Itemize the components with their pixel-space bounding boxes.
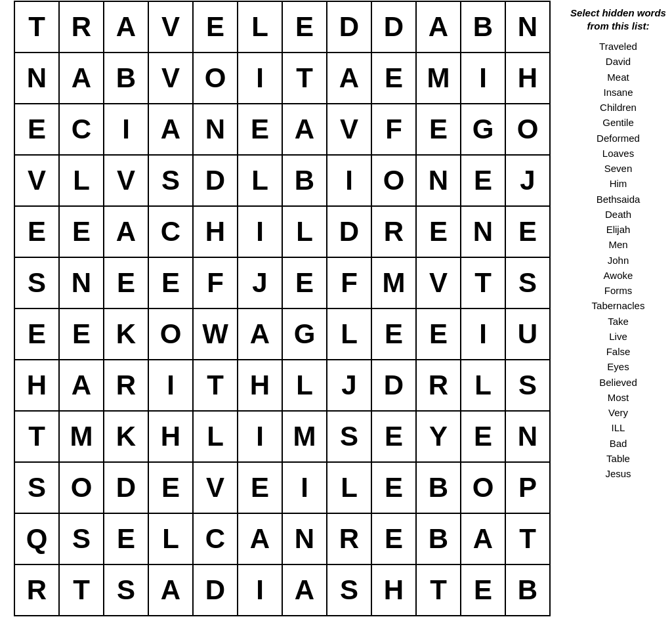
cell-2-7[interactable]: V	[327, 104, 371, 155]
word-item[interactable]: Bad	[592, 436, 645, 451]
word-item[interactable]: Insane	[592, 85, 645, 100]
word-item[interactable]: John	[592, 253, 645, 268]
cell-8-0[interactable]: T	[14, 411, 59, 462]
cell-7-9[interactable]: R	[416, 360, 461, 411]
cell-2-9[interactable]: E	[416, 104, 461, 155]
cell-6-0[interactable]: E	[14, 308, 59, 360]
cell-5-9[interactable]: V	[416, 257, 461, 308]
cell-4-5[interactable]: I	[238, 206, 282, 257]
cell-11-4[interactable]: D	[193, 564, 238, 616]
cell-11-11[interactable]: B	[505, 564, 550, 616]
word-item[interactable]: David	[592, 54, 645, 69]
cell-9-3[interactable]: E	[148, 462, 193, 513]
cell-11-10[interactable]: E	[461, 564, 505, 616]
cell-1-9[interactable]: M	[416, 53, 461, 104]
cell-10-4[interactable]: C	[193, 513, 238, 564]
cell-5-2[interactable]: E	[104, 257, 148, 308]
word-item[interactable]: Death	[592, 207, 645, 222]
cell-11-5[interactable]: I	[238, 564, 282, 616]
word-item[interactable]: Traveled	[592, 39, 645, 54]
cell-1-4[interactable]: O	[193, 53, 238, 104]
cell-3-11[interactable]: J	[505, 155, 550, 206]
cell-1-5[interactable]: I	[238, 53, 282, 104]
cell-4-10[interactable]: N	[461, 206, 505, 257]
cell-3-6[interactable]: B	[282, 155, 327, 206]
cell-7-5[interactable]: H	[238, 360, 282, 411]
cell-4-6[interactable]: L	[282, 206, 327, 257]
cell-2-11[interactable]: O	[505, 104, 550, 155]
cell-3-8[interactable]: O	[371, 155, 416, 206]
cell-8-4[interactable]: L	[193, 411, 238, 462]
cell-6-11[interactable]: U	[505, 308, 550, 360]
cell-5-8[interactable]: M	[371, 257, 416, 308]
cell-9-6[interactable]: I	[282, 462, 327, 513]
cell-4-0[interactable]: E	[14, 206, 59, 257]
cell-2-8[interactable]: F	[371, 104, 416, 155]
cell-1-11[interactable]: H	[505, 53, 550, 104]
word-item[interactable]: Bethsaida	[592, 192, 645, 207]
word-item[interactable]: Him	[592, 176, 645, 191]
cell-5-11[interactable]: S	[505, 257, 550, 308]
cell-3-4[interactable]: D	[193, 155, 238, 206]
cell-6-6[interactable]: G	[282, 308, 327, 360]
cell-8-11[interactable]: N	[505, 411, 550, 462]
word-item[interactable]: Elijah	[592, 222, 645, 237]
cell-1-6[interactable]: T	[282, 53, 327, 104]
cell-0-0[interactable]: T	[14, 1, 59, 53]
cell-0-7[interactable]: D	[327, 1, 371, 53]
cell-11-0[interactable]: R	[14, 564, 59, 616]
word-item[interactable]: False	[592, 344, 645, 359]
cell-5-6[interactable]: E	[282, 257, 327, 308]
cell-2-3[interactable]: A	[148, 104, 193, 155]
cell-3-7[interactable]: I	[327, 155, 371, 206]
cell-10-2[interactable]: E	[104, 513, 148, 564]
cell-10-3[interactable]: L	[148, 513, 193, 564]
cell-2-6[interactable]: A	[282, 104, 327, 155]
word-item[interactable]: Believed	[592, 375, 645, 390]
cell-9-9[interactable]: B	[416, 462, 461, 513]
cell-8-8[interactable]: E	[371, 411, 416, 462]
cell-2-0[interactable]: E	[14, 104, 59, 155]
word-item[interactable]: Meat	[592, 70, 645, 85]
cell-8-1[interactable]: M	[59, 411, 104, 462]
cell-1-3[interactable]: V	[148, 53, 193, 104]
cell-5-5[interactable]: J	[238, 257, 282, 308]
cell-10-1[interactable]: S	[59, 513, 104, 564]
word-item[interactable]: Take	[592, 314, 645, 329]
cell-10-11[interactable]: T	[505, 513, 550, 564]
cell-9-8[interactable]: E	[371, 462, 416, 513]
cell-5-0[interactable]: S	[14, 257, 59, 308]
cell-4-1[interactable]: E	[59, 206, 104, 257]
cell-9-11[interactable]: P	[505, 462, 550, 513]
cell-10-10[interactable]: A	[461, 513, 505, 564]
word-item[interactable]: ILL	[592, 420, 645, 435]
cell-0-8[interactable]: D	[371, 1, 416, 53]
cell-3-1[interactable]: L	[59, 155, 104, 206]
cell-9-0[interactable]: S	[14, 462, 59, 513]
cell-10-7[interactable]: R	[327, 513, 371, 564]
word-item[interactable]: Live	[592, 329, 645, 344]
cell-10-6[interactable]: N	[282, 513, 327, 564]
cell-7-0[interactable]: H	[14, 360, 59, 411]
cell-4-8[interactable]: R	[371, 206, 416, 257]
cell-1-8[interactable]: E	[371, 53, 416, 104]
cell-8-9[interactable]: Y	[416, 411, 461, 462]
cell-1-1[interactable]: A	[59, 53, 104, 104]
cell-8-3[interactable]: H	[148, 411, 193, 462]
word-item[interactable]: Jesus	[592, 466, 645, 481]
cell-10-5[interactable]: A	[238, 513, 282, 564]
cell-5-7[interactable]: F	[327, 257, 371, 308]
cell-6-5[interactable]: A	[238, 308, 282, 360]
word-item[interactable]: Very	[592, 405, 645, 420]
word-item[interactable]: Most	[592, 390, 645, 405]
cell-8-5[interactable]: I	[238, 411, 282, 462]
cell-11-8[interactable]: H	[371, 564, 416, 616]
cell-4-3[interactable]: C	[148, 206, 193, 257]
cell-9-2[interactable]: D	[104, 462, 148, 513]
cell-3-5[interactable]: L	[238, 155, 282, 206]
word-item[interactable]: Tabernacles	[592, 298, 645, 313]
cell-7-4[interactable]: T	[193, 360, 238, 411]
cell-11-6[interactable]: A	[282, 564, 327, 616]
cell-5-3[interactable]: E	[148, 257, 193, 308]
word-item[interactable]: Men	[592, 237, 645, 252]
